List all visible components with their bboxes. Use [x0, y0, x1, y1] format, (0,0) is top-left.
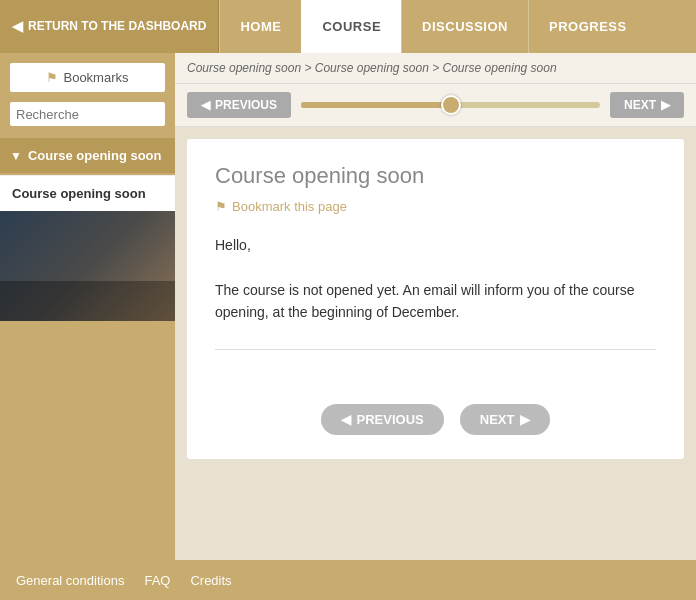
next-arrow-icon: ▶ [661, 98, 670, 112]
page-content: Course opening soon ⚑ Bookmark this page… [175, 127, 696, 560]
bookmark-icon: ⚑ [46, 70, 58, 85]
sidebar: ⚑ Bookmarks 🔍 ▼ Course opening soon Cour… [0, 53, 175, 560]
content-divider [215, 349, 656, 350]
main-area: ⚑ Bookmarks 🔍 ▼ Course opening soon Cour… [0, 53, 696, 560]
progress-bar [301, 102, 600, 108]
nav-tabs: HOME COURSE DISCUSSION PROGRESS [219, 0, 696, 53]
body-text: The course is not opened yet. An email w… [215, 279, 656, 324]
prev-arrow-icon: ◀ [201, 98, 210, 112]
bottom-navigation: ◀ PREVIOUS NEXT ▶ [215, 394, 656, 435]
search-input[interactable] [16, 107, 175, 122]
page-title: Course opening soon [215, 163, 656, 189]
return-to-dashboard-button[interactable]: ◀ RETURN TO THE DASHBOARD [0, 0, 219, 53]
search-container: 🔍 [10, 102, 165, 126]
content-area: Course opening soon > Course opening soo… [175, 53, 696, 560]
progress-track [301, 102, 450, 108]
sidebar-thumbnail [0, 211, 175, 321]
previous-button-bottom[interactable]: ◀ PREVIOUS [321, 404, 444, 435]
footer-link-general-conditions[interactable]: General conditions [16, 573, 124, 588]
bookmark-icon-small: ⚑ [215, 199, 227, 214]
bookmark-this-page-link[interactable]: ⚑ Bookmark this page [215, 199, 656, 214]
next-button-top[interactable]: NEXT ▶ [610, 92, 684, 118]
next-button-bottom[interactable]: NEXT ▶ [460, 404, 551, 435]
tab-course[interactable]: COURSE [301, 0, 401, 53]
top-navigation: ◀ RETURN TO THE DASHBOARD HOME COURSE DI… [0, 0, 696, 53]
tab-home[interactable]: HOME [219, 0, 301, 53]
progress-dot [441, 95, 461, 115]
sidebar-item-course-opening[interactable]: Course opening soon [0, 175, 175, 211]
tab-progress[interactable]: PROGRESS [528, 0, 647, 53]
greeting: Hello, [215, 234, 656, 256]
bookmarks-button[interactable]: ⚑ Bookmarks [10, 63, 165, 92]
sidebar-image-overlay [0, 281, 175, 321]
previous-button-top[interactable]: ◀ PREVIOUS [187, 92, 291, 118]
footer-link-credits[interactable]: Credits [190, 573, 231, 588]
return-label: RETURN TO THE DASHBOARD [28, 19, 206, 35]
next-chevron-icon: ▶ [520, 412, 530, 427]
breadcrumb: Course opening soon > Course opening soo… [175, 53, 696, 84]
progress-navigation: ◀ PREVIOUS NEXT ▶ [175, 84, 696, 127]
content-body: Hello, The course is not opened yet. An … [215, 234, 656, 329]
sidebar-section-title[interactable]: ▼ Course opening soon [0, 138, 175, 173]
prev-chevron-icon: ◀ [341, 412, 351, 427]
content-card: Course opening soon ⚑ Bookmark this page… [187, 139, 684, 459]
back-arrow-icon: ◀ [12, 17, 23, 35]
footer-link-faq[interactable]: FAQ [144, 573, 170, 588]
expand-icon: ▼ [10, 149, 22, 163]
sidebar-section: ▼ Course opening soon [0, 138, 175, 173]
footer: General conditions FAQ Credits [0, 560, 696, 600]
tab-discussion[interactable]: DISCUSSION [401, 0, 528, 53]
